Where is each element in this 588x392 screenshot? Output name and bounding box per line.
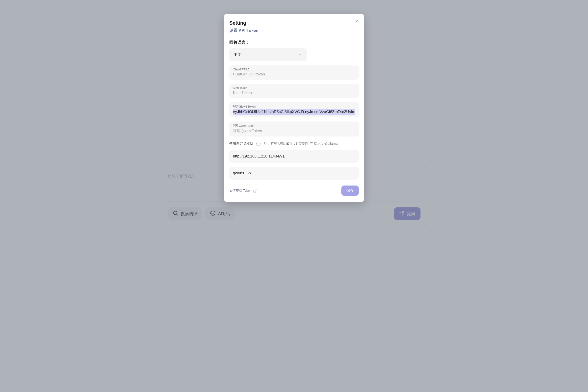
custom-model-row: 使用自定义模型 注：有些 URL 最后 v1 需要以 "/" 结尾，如ollam… [229,142,359,146]
custom-model-name-group [229,167,359,180]
chatgpt-token-label: ChatGPT3.5 [233,68,355,71]
glm4-token-group: 智普GLM4 Token [229,102,359,117]
language-value: 中文 [234,52,241,57]
qwen-token-label: 阿里Qwen Token [233,124,355,128]
chatgpt-token-group: ChatGPT3.5 [229,66,359,80]
custom-url-group [229,150,359,163]
custom-model-name-input[interactable] [229,167,359,180]
help-link[interactable]: 如何获取 Token ? [229,189,257,193]
question-icon: ? [253,189,257,193]
close-button[interactable] [354,18,360,25]
qwen-token-group: 阿里Qwen Token [229,122,359,136]
kimi-token-input[interactable] [233,90,355,96]
chatgpt-token-input[interactable] [233,72,355,77]
save-button[interactable]: 保存 [342,186,359,196]
modal-subtitle: 设置 API Token [229,28,359,33]
modal-overlay[interactable]: Setting 设置 API Token 回答语言： 中文 ChatGPT3.5… [0,0,588,392]
glm4-token-input[interactable] [233,109,355,115]
custom-model-note: 注：有些 URL 最后 v1 需要以 "/" 结尾，如ollama [264,142,338,146]
custom-model-label: 使用自定义模型 [229,142,253,146]
kimi-token-label: Kimi Token [233,86,355,90]
close-icon [354,20,359,24]
kimi-token-group: Kimi Token [229,84,359,98]
chevron-down-icon [298,53,302,57]
language-label: 回答语言： [229,40,359,45]
qwen-token-input[interactable] [233,128,355,134]
glm4-token-label: 智普GLM4 Token [233,104,355,109]
language-select[interactable]: 中文 [229,48,307,61]
modal-footer: 如何获取 Token ? 保存 [229,186,359,196]
custom-url-input[interactable] [229,150,359,163]
modal-title: Setting [229,20,359,26]
custom-model-checkbox[interactable] [256,142,260,146]
settings-modal: Setting 设置 API Token 回答语言： 中文 ChatGPT3.5… [224,14,364,202]
help-link-text: 如何获取 Token [229,189,252,193]
